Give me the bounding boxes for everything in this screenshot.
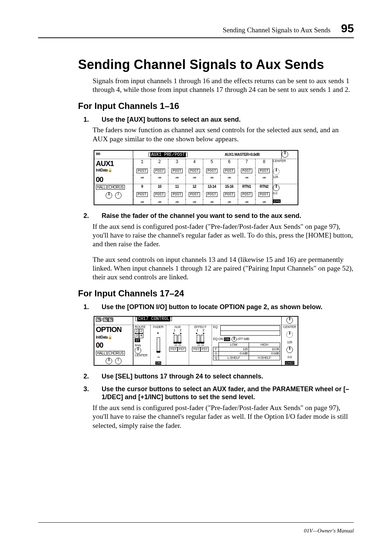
post-badge: POST	[154, 192, 165, 197]
fx-label: CHORUS	[107, 351, 125, 356]
eq-high-gain: 0.0dB	[249, 352, 280, 356]
post-badge: POST	[171, 169, 182, 173]
col-label: 10	[151, 184, 168, 191]
page-title: Sending Channel Signals to Aux Sends	[38, 56, 354, 72]
fx-dial-icon	[106, 358, 112, 364]
on-badge: ON	[155, 361, 162, 365]
step-a2-body2: The aux send controls on input channels …	[38, 255, 354, 282]
fader-icon	[178, 335, 181, 344]
pan-label: PAN	[135, 344, 149, 347]
send-value: -∞	[185, 175, 203, 184]
step-text: Raise the fader of the channel you want …	[102, 212, 301, 219]
encoder-icon	[273, 168, 279, 175]
fx-label: CHORUS	[107, 185, 125, 190]
fader-value: -∞	[157, 356, 160, 359]
col-label: RTN1	[238, 184, 255, 191]
step-a2-body1: If the aux send is configured post-fader…	[38, 222, 354, 249]
post-badge: POST	[171, 192, 182, 197]
send-value: -∞	[220, 199, 238, 204]
send-value: -∞	[168, 175, 185, 184]
on-badge: ON	[224, 337, 230, 341]
step-text: Use [SEL] buttons 17 through 24 to selec…	[102, 373, 263, 380]
pan-center: CENTER	[135, 354, 149, 357]
post-badge: POST	[206, 169, 217, 173]
send-value: -∞	[151, 175, 168, 184]
page-number: 95	[341, 22, 354, 35]
step-a1: 1.Use the [AUX] buttons to select an aux…	[56, 116, 354, 124]
section-a-title: For Input Channels 1–16	[38, 101, 354, 111]
col-label: 11	[168, 184, 185, 191]
fader-label: FADER	[153, 325, 164, 329]
tab-icon	[96, 317, 101, 322]
post-badge: POST	[224, 192, 234, 197]
tab-icon	[103, 317, 108, 322]
tab-icon	[108, 317, 113, 322]
fx-dial-icon	[106, 192, 112, 199]
att-value: 0dB	[244, 337, 249, 341]
eq-high-shelf: H.SHELF	[249, 356, 280, 360]
pst-badge: PST	[192, 347, 200, 352]
eq-label: EQ	[213, 325, 220, 329]
post-badge: POST	[154, 169, 165, 173]
step-text: Use the [AUX] buttons to select an aux s…	[102, 116, 241, 123]
right-125: 125	[287, 341, 292, 344]
send-value: -∞	[133, 175, 151, 184]
fx-label: HALL	[96, 351, 107, 356]
col-label: 5	[203, 159, 220, 168]
step-number: 1.	[93, 303, 102, 311]
eqon-label: EQ ON	[213, 337, 223, 341]
post-badge: POST	[189, 192, 200, 197]
fader-icon	[174, 335, 177, 344]
fx-dial-icon	[115, 358, 122, 364]
col-label: 15-16	[220, 184, 238, 191]
att-label: ATT	[237, 337, 243, 341]
right-ch: CH17	[285, 361, 294, 365]
side-sub: InitData	[96, 168, 108, 172]
col-label: 3	[168, 159, 185, 168]
fx-dial-icon	[115, 192, 122, 199]
col-label: 7	[238, 159, 255, 168]
col-label: 8	[255, 159, 273, 168]
step-b2: 2.Use [SEL] buttons 17 through 24 to sel…	[56, 372, 354, 381]
step-number: 1.	[93, 116, 102, 124]
eq-row-q: Q	[213, 356, 219, 360]
right-00: 0.0	[287, 356, 292, 359]
eq-curve	[220, 325, 280, 336]
col-label: 1	[133, 159, 151, 168]
pst-badge: PST	[169, 347, 177, 352]
send-value: -∞	[255, 175, 273, 184]
intro-paragraph: Signals from input channels 1 through 16…	[38, 77, 354, 94]
fader-icon	[197, 335, 200, 344]
route-st: ST	[135, 339, 140, 342]
route-label: ROUTE	[135, 325, 149, 329]
footer-text: 01V—Owner's Manual	[304, 528, 354, 534]
step-number: 3.	[93, 385, 102, 393]
route-opt: 4	[139, 333, 143, 338]
route-opt: 2	[139, 329, 143, 333]
encoder-icon	[286, 331, 293, 338]
eq-row-g: G	[213, 352, 219, 356]
pan-dial-icon	[282, 151, 288, 158]
pst-badge: PST	[200, 347, 209, 352]
col-label: 13-14	[203, 184, 220, 191]
step-text: Use the [OPTION I/O] button to locate OP…	[102, 303, 322, 311]
post-badge: POST	[224, 169, 234, 173]
send-value: -∞	[168, 199, 185, 204]
step-number: 2.	[93, 212, 102, 220]
col-label: RTN2	[255, 184, 273, 191]
step-b3-body: If the aux send is configured post-fader…	[38, 404, 354, 430]
midi-icon: ▥▧	[96, 152, 100, 156]
step-b1: 1.Use the [OPTION I/O] button to locate …	[56, 303, 354, 311]
post-badge: POST	[241, 169, 252, 173]
col-label: 6	[220, 159, 238, 168]
pan-dial-icon	[273, 185, 279, 191]
route-opt: 1	[135, 329, 139, 333]
eq-low-gain: 0.0dB	[219, 352, 249, 356]
side-title: AUX1	[96, 160, 131, 167]
right-center: CENTER	[283, 325, 296, 329]
step-number: 2.	[93, 372, 102, 381]
right-00: 0.0	[273, 191, 289, 199]
tab-label: AUX1 PRE/POST	[150, 152, 186, 157]
step-a1-body: The faders now function as channel aux s…	[38, 126, 354, 143]
lcd-figure-aux: ▥▧ [AUX1 PRE/POST] AUX1 MASTER=0.0dB AUX…	[94, 150, 298, 205]
